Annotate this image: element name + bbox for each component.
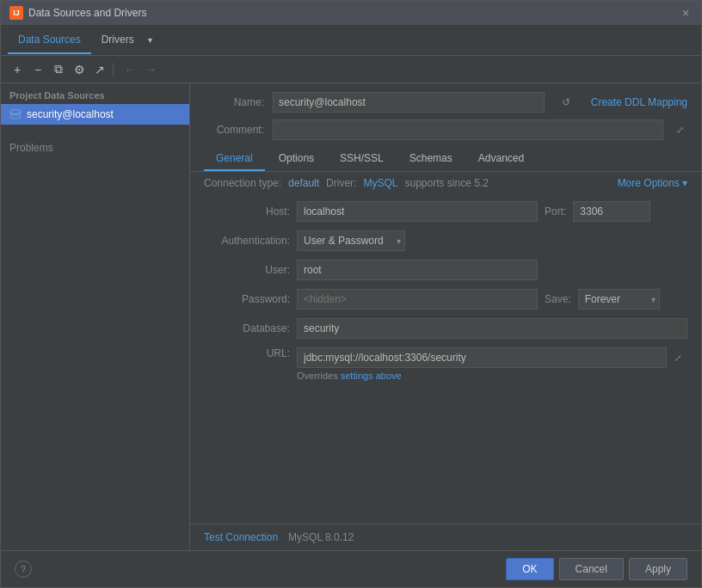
tab-general[interactable]: General (204, 147, 265, 171)
dialog: IJ Data Sources and Drivers × Data Sourc… (0, 0, 702, 588)
main-content: Project Data Sources security@localhost … (1, 83, 701, 550)
host-port-row: Host: Port: (204, 201, 687, 222)
name-input[interactable] (273, 92, 545, 113)
forward-button[interactable]: → (141, 60, 160, 79)
db-icon (9, 108, 22, 120)
driver-link[interactable]: MySQL (363, 177, 397, 189)
tab-drivers[interactable]: Drivers (91, 27, 145, 54)
auth-label: Authentication: (204, 235, 290, 247)
user-row: User: (204, 260, 687, 280)
add-button[interactable]: + (8, 60, 27, 79)
password-row: Password: Save: Forever Until restart Ne… (204, 289, 687, 309)
mysql-version: MySQL 8.0.12 (288, 531, 354, 543)
tab-ssh-ssl[interactable]: SSH/SSL (328, 147, 396, 171)
tab-advanced[interactable]: Advanced (466, 147, 536, 171)
database-input[interactable] (297, 318, 687, 339)
bottom-actions: OK Cancel Apply (506, 558, 687, 580)
toolbar-separator (113, 63, 114, 77)
user-input[interactable] (297, 260, 538, 280)
overrides-text: Overrides settings above (297, 371, 687, 381)
svg-point-0 (10, 110, 21, 114)
sidebar-section-title: Project Data Sources (1, 83, 189, 104)
ok-button[interactable]: OK (506, 558, 553, 580)
dialog-bottom: ? OK Cancel Apply (1, 550, 701, 587)
save-label: Save: (545, 293, 571, 305)
export-button[interactable]: ↗ (90, 60, 109, 79)
sidebar-item-security-localhost[interactable]: security@localhost (1, 104, 189, 125)
right-panel: Name: ↺ Create DDL Mapping Comment: ⤢ Ge… (190, 83, 701, 550)
tab-options[interactable]: Options (267, 147, 326, 171)
user-label: User: (204, 264, 290, 276)
apply-button[interactable]: Apply (629, 558, 687, 580)
port-input[interactable] (573, 201, 650, 222)
sidebar-item-label: security@localhost (27, 108, 114, 120)
remove-button[interactable]: − (28, 60, 47, 79)
save-select-wrapper: Forever Until restart Never (578, 289, 660, 309)
comment-row: Comment: ⤢ (190, 118, 701, 147)
url-input-row: ⤢ (297, 347, 687, 368)
back-button[interactable]: ← (120, 60, 139, 79)
sidebar: Project Data Sources security@localhost … (1, 83, 190, 550)
name-row: Name: ↺ Create DDL Mapping (190, 83, 701, 118)
create-ddl-link[interactable]: Create DDL Mapping (591, 96, 687, 108)
name-actions: ↺ (557, 93, 576, 112)
comment-expand-button[interactable]: ⤢ (672, 122, 687, 138)
database-label: Database: (204, 322, 290, 334)
app-icon: IJ (9, 6, 23, 20)
title-bar-left: IJ Data Sources and Drivers (9, 6, 146, 20)
comment-input[interactable] (273, 119, 663, 140)
url-input-container: ⤢ Overrides settings above (297, 347, 687, 381)
dialog-title: Data Sources and Drivers (28, 7, 146, 19)
help-button[interactable]: ? (15, 560, 32, 578)
auth-select[interactable]: User & Password No auth pgpass SSH (297, 230, 405, 251)
copy-button[interactable]: ⧉ (49, 60, 68, 79)
database-row: Database: (204, 318, 687, 339)
form-grid: Host: Port: Authentication: User & Passw… (190, 194, 701, 524)
port-label: Port: (545, 205, 566, 217)
toolbar: + − ⧉ ⚙ ↗ ← → (1, 56, 701, 83)
more-options-link[interactable]: More Options ▾ (618, 177, 687, 189)
toolbar-nav: ← → (120, 60, 160, 79)
auth-select-wrapper: User & Password No auth pgpass SSH (297, 230, 405, 251)
url-input[interactable] (297, 347, 667, 368)
url-expand-button[interactable]: ⤢ (670, 350, 686, 365)
driver-suffix: supports since 5.2 (404, 177, 488, 189)
cancel-button[interactable]: Cancel (559, 558, 624, 580)
url-label: URL: (204, 347, 290, 359)
name-reload-button[interactable]: ↺ (557, 93, 576, 112)
top-tabs: Data Sources Drivers ▾ (1, 25, 701, 56)
password-input[interactable] (297, 289, 538, 309)
driver-prefix: Driver: (326, 177, 356, 189)
test-connection-button[interactable]: Test Connection (204, 531, 278, 543)
close-button[interactable]: × (679, 6, 693, 20)
conn-type-value: default (288, 177, 319, 189)
password-label: Password: (204, 293, 290, 305)
tab-data-sources[interactable]: Data Sources (8, 27, 91, 54)
title-bar: IJ Data Sources and Drivers × (1, 1, 701, 25)
host-input[interactable] (297, 201, 538, 222)
tab-schemas[interactable]: Schemas (397, 147, 465, 171)
settings-button[interactable]: ⚙ (70, 60, 89, 79)
bottom-bar: Test Connection MySQL 8.0.12 (190, 524, 701, 550)
inner-tabs: General Options SSH/SSL Schemas Advanced (190, 147, 701, 172)
comment-label: Comment: (204, 124, 264, 136)
save-select[interactable]: Forever Until restart Never (578, 289, 660, 309)
url-row: URL: ⤢ Overrides settings above (204, 347, 687, 381)
auth-row: Authentication: User & Password No auth … (204, 230, 687, 251)
conn-type-label: Connection type: (204, 177, 281, 189)
settings-above-link[interactable]: settings above (341, 371, 402, 381)
connection-info-bar: Connection type: default Driver: MySQL s… (190, 172, 701, 194)
host-label: Host: (204, 205, 290, 217)
name-label: Name: (204, 96, 264, 108)
tabs-dropdown-arrow[interactable]: ▾ (145, 32, 156, 48)
sidebar-problems: Problems (1, 125, 189, 171)
